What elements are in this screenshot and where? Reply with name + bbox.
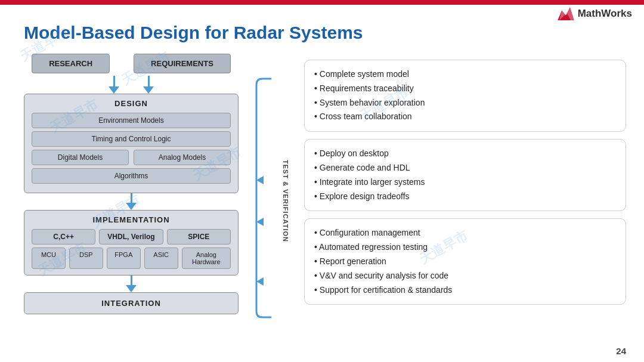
digital-analog-row: Digital Models Analog Models bbox=[32, 150, 231, 165]
info-item-2-3: Integrate into larger systems bbox=[314, 175, 616, 190]
slide: MathWorks Model-Based Design for Radar S… bbox=[0, 0, 644, 362]
content-area: RESEARCH REQUIREMENTS DESIGN bbox=[18, 54, 626, 344]
design-title: DESIGN bbox=[32, 99, 231, 108]
info-item-2-1: Deploy on desktop bbox=[314, 147, 616, 161]
info-item-2-4: Explore design tradeoffs bbox=[314, 190, 616, 204]
svg-text:TEST & VERIFICATION: TEST & VERIFICATION bbox=[282, 160, 289, 242]
diagram-area: RESEARCH REQUIREMENTS DESIGN bbox=[18, 54, 292, 344]
research-box: RESEARCH bbox=[32, 54, 110, 73]
info-list-1: Complete system model Requirements trace… bbox=[314, 67, 616, 124]
vhdl-verilog-box: VHDL, Verilog bbox=[99, 229, 163, 245]
info-item-1-2: Requirements traceability bbox=[314, 82, 616, 96]
dsp-box: DSP bbox=[69, 247, 103, 269]
info-item-1-1: Complete system model bbox=[314, 67, 616, 82]
integration-title: INTEGRATION bbox=[32, 299, 231, 308]
page-number: 24 bbox=[616, 346, 626, 356]
top-bar bbox=[0, 0, 644, 5]
mcu-box: MCU bbox=[32, 247, 66, 269]
analog-models-box: Analog Models bbox=[134, 150, 231, 165]
svg-marker-4 bbox=[256, 277, 264, 286]
analog-hardware-box: Analog Hardware bbox=[182, 247, 231, 269]
fpga-box: FPGA bbox=[107, 247, 141, 269]
info-item-3-1: Configuration management bbox=[314, 226, 616, 240]
svg-marker-3 bbox=[256, 218, 264, 226]
logo-text: MathWorks bbox=[578, 8, 632, 20]
logo-area: MathWorks bbox=[558, 7, 632, 20]
info-item-1-4: Cross team collaboration bbox=[314, 110, 616, 124]
requirements-box: REQUIREMENTS bbox=[134, 54, 231, 73]
arrow-down-requirements bbox=[143, 76, 154, 94]
arrow-down-impl bbox=[126, 276, 137, 292]
info-box-3: Configuration management Automated regre… bbox=[304, 218, 626, 305]
info-item-3-2: Automated regression testing bbox=[314, 240, 616, 255]
info-item-1-3: System behavior exploration bbox=[314, 96, 616, 110]
timing-control-box: Timing and Control Logic bbox=[32, 131, 231, 147]
algorithms-box: Algorithms bbox=[32, 168, 231, 184]
top-boxes-row: RESEARCH REQUIREMENTS bbox=[32, 54, 231, 73]
info-list-3: Configuration management Automated regre… bbox=[314, 226, 616, 297]
implementation-title: IMPLEMENTATION bbox=[32, 215, 231, 224]
mathworks-logo-icon bbox=[558, 7, 574, 20]
info-box-2: Deploy on desktop Generate code and HDL … bbox=[304, 139, 626, 211]
main-flow: RESEARCH REQUIREMENTS DESIGN bbox=[18, 54, 244, 314]
arrow-down-research bbox=[109, 76, 119, 94]
digital-models-box: Digital Models bbox=[32, 150, 129, 165]
arrow-down-design bbox=[126, 193, 137, 210]
info-box-1: Complete system model Requirements trace… bbox=[304, 60, 626, 132]
integration-box: INTEGRATION bbox=[24, 292, 239, 314]
info-item-3-3: Report generation bbox=[314, 255, 616, 269]
asic-box: ASIC bbox=[144, 247, 178, 269]
svg-marker-2 bbox=[256, 176, 264, 184]
info-list-2: Deploy on desktop Generate code and HDL … bbox=[314, 147, 616, 203]
test-verification-bracket: TEST & VERIFICATION bbox=[250, 73, 298, 323]
slide-title: Model-Based Design for Radar Systems bbox=[24, 23, 363, 43]
impl-row-bot: MCU DSP FPGA ASIC Analog Hardware bbox=[32, 247, 231, 269]
impl-row-top: C,C++ VHDL, Verilog SPICE bbox=[32, 229, 231, 245]
spice-box: SPICE bbox=[167, 229, 231, 245]
info-item-3-4: V&V and security analysis for code bbox=[314, 269, 616, 283]
design-box: DESIGN Environment Models Timing and Con… bbox=[24, 94, 239, 193]
info-item-2-2: Generate code and HDL bbox=[314, 161, 616, 175]
environment-models-box: Environment Models bbox=[32, 113, 231, 128]
info-item-3-5: Support for certification & standards bbox=[314, 283, 616, 298]
c-cpp-box: C,C++ bbox=[32, 229, 95, 245]
right-panel: Complete system model Requirements trace… bbox=[304, 54, 626, 344]
implementation-box: IMPLEMENTATION C,C++ VHDL, Verilog SPICE… bbox=[24, 210, 239, 276]
arrows-row-1 bbox=[18, 76, 244, 94]
